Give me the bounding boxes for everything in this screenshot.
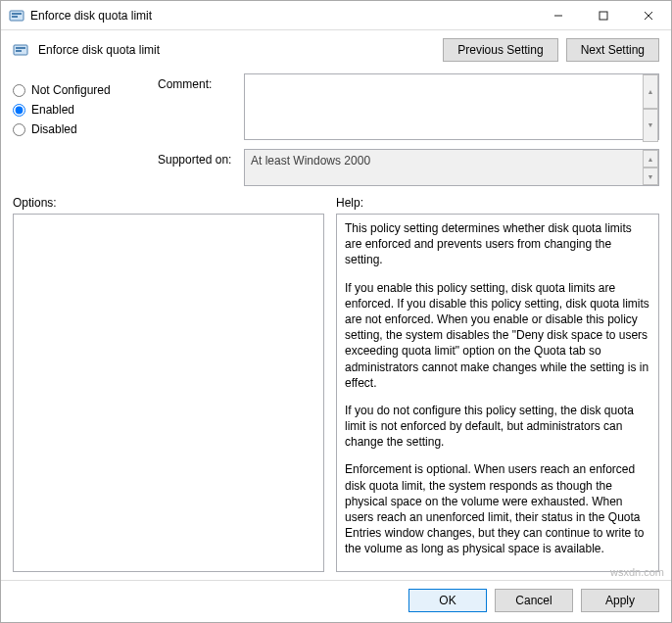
help-label: Help:	[336, 196, 363, 210]
comment-scroll: ▲ ▼	[643, 74, 658, 142]
comment-label: Comment:	[158, 73, 236, 91]
close-button[interactable]	[626, 1, 671, 30]
help-paragraph: If you do not configure this policy sett…	[345, 403, 650, 451]
minimize-button[interactable]	[536, 1, 581, 30]
radio-disabled-input[interactable]	[13, 123, 25, 136]
radio-disabled[interactable]: Disabled	[13, 122, 150, 136]
maximize-button[interactable]	[581, 1, 626, 30]
radio-label: Disabled	[31, 122, 77, 136]
help-paragraph: If you enable this policy setting, disk …	[345, 280, 650, 391]
panels-row: This policy setting determines whether d…	[1, 214, 671, 580]
svg-rect-1	[12, 13, 22, 15]
dialog-window: Enforce disk quota limit Enforce disk qu…	[0, 0, 672, 623]
policy-name: Enforce disk quota limit	[38, 43, 433, 57]
help-paragraph: This policy setting determines whether d…	[345, 220, 650, 268]
header-row: Enforce disk quota limit Previous Settin…	[1, 30, 671, 70]
radio-enabled-input[interactable]	[13, 104, 25, 117]
comment-input[interactable]	[244, 73, 659, 140]
previous-setting-button[interactable]: Previous Setting	[443, 38, 557, 62]
scroll-up-icon[interactable]: ▲	[643, 74, 658, 109]
section-labels: Options: Help:	[1, 186, 671, 214]
apply-button[interactable]: Apply	[581, 589, 659, 612]
radio-not-configured-input[interactable]	[13, 84, 25, 97]
titlebar: Enforce disk quota limit	[1, 1, 671, 30]
radio-not-configured[interactable]: Not Configured	[13, 83, 150, 97]
nav-buttons: Previous Setting Next Setting	[443, 38, 659, 62]
supported-field-box: At least Windows 2000 ▲ ▼	[244, 149, 659, 186]
supported-label: Supported on:	[158, 149, 236, 167]
ok-button[interactable]: OK	[408, 589, 487, 612]
scroll-down-icon[interactable]: ▼	[643, 168, 658, 185]
svg-rect-2	[12, 16, 18, 18]
window-title: Enforce disk quota limit	[30, 9, 536, 23]
svg-rect-4	[600, 12, 607, 20]
svg-rect-9	[16, 50, 22, 52]
dialog-footer: OK Cancel Apply	[1, 580, 671, 622]
radio-label: Not Configured	[31, 83, 111, 97]
help-panel[interactable]: This policy setting determines whether d…	[336, 214, 659, 572]
supported-scroll: ▲ ▼	[643, 150, 658, 185]
window-controls	[536, 1, 671, 30]
supported-row: Supported on: At least Windows 2000 ▲ ▼	[158, 149, 659, 186]
supported-value: At least Windows 2000	[244, 149, 659, 186]
radio-enabled[interactable]: Enabled	[13, 103, 150, 117]
policy-icon	[13, 42, 28, 58]
watermark: wsxdn.com	[610, 566, 664, 578]
comment-row: Comment: ▲ ▼	[158, 73, 659, 143]
svg-rect-8	[16, 47, 25, 49]
options-panel[interactable]	[13, 214, 324, 572]
config-row: Not Configured Enabled Disabled Comment:…	[1, 70, 671, 186]
scroll-up-icon[interactable]: ▲	[643, 150, 658, 168]
fields-col: Comment: ▲ ▼ Supported on: At least Wind…	[158, 73, 659, 186]
state-radios: Not Configured Enabled Disabled	[13, 73, 150, 186]
help-paragraph: Enforcement is optional. When users reac…	[345, 461, 650, 556]
radio-label: Enabled	[31, 103, 74, 117]
policy-icon	[9, 8, 24, 24]
next-setting-button[interactable]: Next Setting	[566, 38, 659, 62]
scroll-down-icon[interactable]: ▼	[643, 109, 658, 143]
cancel-button[interactable]: Cancel	[495, 589, 573, 612]
comment-field-box: ▲ ▼	[244, 73, 659, 143]
options-label: Options:	[13, 196, 324, 210]
